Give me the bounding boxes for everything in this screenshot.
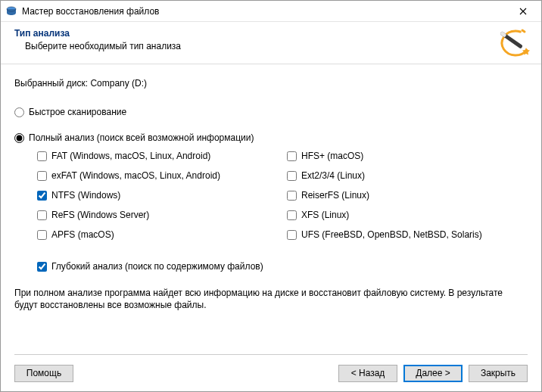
selected-disk-value: Company (D:) xyxy=(90,78,147,89)
close-footer-button[interactable]: Закрыть xyxy=(469,365,528,382)
checkbox-xfs-label: XFS (Linux) xyxy=(301,210,349,220)
checkbox-reiserfs[interactable]: ReiserFS (Linux) xyxy=(287,190,528,201)
checkbox-refs-label: ReFS (Windows Server) xyxy=(51,210,149,220)
next-button[interactable]: Далее > xyxy=(403,365,463,382)
checkbox-apfs-input[interactable] xyxy=(37,230,47,240)
radio-full-scan[interactable]: Полный анализ (поиск всей возможной инфо… xyxy=(14,132,528,143)
checkbox-fat-label: FAT (Windows, macOS, Linux, Android) xyxy=(51,151,210,161)
checkbox-hfs-label: HFS+ (macOS) xyxy=(301,151,363,161)
checkbox-reiserfs-input[interactable] xyxy=(287,191,297,201)
checkbox-xfs[interactable]: XFS (Linux) xyxy=(287,210,528,220)
checkbox-refs[interactable]: ReFS (Windows Server) xyxy=(37,210,287,220)
checkbox-ext[interactable]: Ext2/3/4 (Linux) xyxy=(287,170,528,181)
back-button[interactable]: < Назад xyxy=(338,365,397,382)
checkbox-deep-scan-label: Глубокий анализ (поиск по содержимому фа… xyxy=(51,261,263,272)
titlebar: Мастер восстановления файлов xyxy=(1,1,541,22)
selected-disk-prefix: Выбранный диск: xyxy=(14,78,88,89)
help-button[interactable]: Помощь xyxy=(14,365,73,382)
page-heading: Тип анализа xyxy=(14,28,528,39)
checkbox-ntfs-label: NTFS (Windows) xyxy=(51,190,120,201)
filesystem-grid: FAT (Windows, macOS, Linux, Android) HFS… xyxy=(37,151,528,240)
checkbox-reiserfs-label: ReiserFS (Linux) xyxy=(301,190,369,201)
wizard-content: Выбранный диск: Company (D:) Быстрое ска… xyxy=(1,64,541,311)
checkbox-fat-input[interactable] xyxy=(37,151,47,161)
window-title: Мастер восстановления файлов xyxy=(22,6,508,17)
checkbox-deep-scan[interactable]: Глубокий анализ (поиск по содержимому фа… xyxy=(37,261,528,272)
checkbox-ext-input[interactable] xyxy=(287,171,297,181)
checkbox-hfs-input[interactable] xyxy=(287,151,297,161)
radio-quick-scan-input[interactable] xyxy=(14,107,24,117)
checkbox-exfat-input[interactable] xyxy=(37,171,47,181)
checkbox-apfs[interactable]: APFS (macOS) xyxy=(37,229,287,240)
checkbox-exfat[interactable]: exFAT (Windows, macOS, Linux, Android) xyxy=(37,170,287,181)
checkbox-exfat-label: exFAT (Windows, macOS, Linux, Android) xyxy=(51,170,220,181)
checkbox-deep-scan-input[interactable] xyxy=(37,262,47,272)
page-subheading: Выберите необходимый тип анализа xyxy=(25,41,528,51)
radio-full-scan-input[interactable] xyxy=(14,133,24,143)
selected-disk-label: Выбранный диск: Company (D:) xyxy=(14,78,528,89)
checkbox-ufs-label: UFS (FreeBSD, OpenBSD, NetBSD, Solaris) xyxy=(301,229,482,240)
checkbox-fat[interactable]: FAT (Windows, macOS, Linux, Android) xyxy=(37,151,287,161)
checkbox-ext-label: Ext2/3/4 (Linux) xyxy=(301,170,365,181)
checkbox-ufs[interactable]: UFS (FreeBSD, OpenBSD, NetBSD, Solaris) xyxy=(287,229,528,240)
radio-quick-scan-label: Быстрое сканирование xyxy=(29,107,126,117)
checkbox-ntfs-input[interactable] xyxy=(37,191,47,201)
wizard-wand-icon xyxy=(497,26,534,60)
close-button[interactable] xyxy=(508,1,538,21)
checkbox-ntfs[interactable]: NTFS (Windows) xyxy=(37,190,287,201)
checkbox-xfs-input[interactable] xyxy=(287,210,297,220)
radio-full-scan-label: Полный анализ (поиск всей возможной инфо… xyxy=(29,132,254,143)
checkbox-hfs[interactable]: HFS+ (macOS) xyxy=(287,151,528,161)
wizard-footer: Помощь < Назад Далее > Закрыть xyxy=(1,355,541,391)
wizard-header: Тип анализа Выберите необходимый тип ана… xyxy=(1,22,541,64)
checkbox-ufs-input[interactable] xyxy=(287,230,297,240)
description-text: При полном анализе программа найдет всю … xyxy=(14,287,528,311)
checkbox-apfs-label: APFS (macOS) xyxy=(51,229,114,240)
checkbox-refs-input[interactable] xyxy=(37,210,47,220)
radio-quick-scan[interactable]: Быстрое сканирование xyxy=(14,107,528,117)
app-icon xyxy=(5,5,17,17)
